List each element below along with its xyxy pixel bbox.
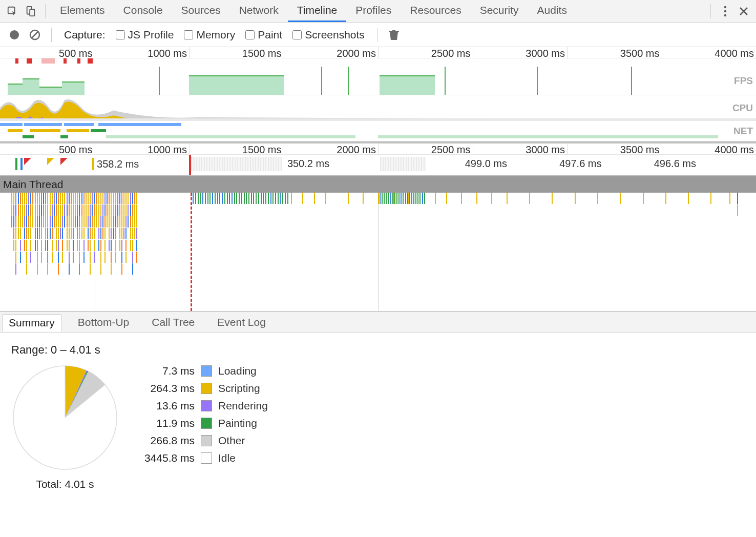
timeline-overview[interactable]: FPS CPU NET [0, 58, 756, 141]
ruler-tick-label: 1500 ms [242, 144, 284, 156]
svg-point-3 [724, 6, 726, 8]
summary-range: Range: 0 – 4.01 s [11, 343, 745, 357]
tab-security[interactable]: Security [471, 0, 528, 22]
ruler-tick-label: 3500 ms [620, 48, 662, 59]
trash-icon[interactable] [385, 26, 403, 44]
ruler-tick-label: 1000 ms [148, 48, 189, 59]
checkbox[interactable] [245, 30, 255, 39]
ruler-tick-label: 500 ms [59, 144, 95, 156]
frame-duration: 358.2 ms [97, 158, 139, 170]
capture-option-label: Paint [258, 29, 282, 41]
legend-name: Loading [218, 365, 257, 377]
legend-swatch [201, 365, 212, 377]
separator [710, 4, 711, 18]
devtools-tabbar: ElementsConsoleSourcesNetworkTimelinePro… [0, 0, 756, 23]
checkbox[interactable] [292, 30, 302, 39]
legend-name: Idle [218, 452, 236, 464]
tab-sources[interactable]: Sources [172, 0, 230, 22]
tab-elements[interactable]: Elements [51, 0, 114, 22]
legend-row-other: 266.8 msOther [133, 435, 268, 447]
legend-swatch [201, 435, 212, 446]
capture-option-paint[interactable]: Paint [245, 29, 282, 41]
checkbox[interactable] [184, 30, 193, 39]
overview-net-lane: NET [0, 121, 756, 141]
capture-label: Capture: [64, 29, 106, 41]
legend-swatch [201, 452, 212, 464]
legend-row-rendering: 13.6 msRendering [133, 400, 268, 412]
svg-point-6 [10, 30, 19, 39]
ruler-tick-label: 4000 ms [715, 144, 756, 156]
legend-duration: 7.3 ms [133, 365, 195, 377]
summary-pie-chart [11, 364, 119, 471]
ruler-tick-label: 2500 ms [431, 144, 473, 156]
frame-duration: 350.2 ms [287, 158, 329, 170]
clear-icon[interactable] [26, 26, 44, 44]
capture-option-label: Screenshots [305, 29, 365, 41]
overview-markers [0, 58, 756, 67]
tab-resources[interactable]: Resources [401, 0, 470, 22]
legend-duration: 13.6 ms [133, 400, 195, 412]
capture-option-screenshots[interactable]: Screenshots [292, 29, 365, 41]
panel-tabs: ElementsConsoleSourcesNetworkTimelinePro… [51, 0, 705, 22]
overview-ruler[interactable]: 500 ms1000 ms1500 ms2000 ms2500 ms3000 m… [0, 47, 756, 58]
subtab-bottom-up[interactable]: Bottom-Up [72, 314, 135, 331]
inspect-element-icon[interactable] [3, 2, 22, 20]
svg-point-4 [724, 10, 726, 12]
overview-cpu-lane: CPU [0, 95, 756, 121]
main-thread-label: Main Thread [3, 178, 64, 191]
subtab-event-log[interactable]: Event Log [211, 314, 272, 331]
load-event-marker [191, 193, 192, 311]
legend-name: Other [218, 435, 245, 447]
tab-profiles[interactable]: Profiles [346, 0, 401, 22]
main-thread-flame-chart[interactable] [0, 193, 756, 312]
subtab-call-tree[interactable]: Call Tree [145, 314, 201, 331]
overview-fps-lane: FPS [0, 67, 756, 95]
legend-duration: 264.3 ms [133, 382, 195, 395]
summary-pane: Range: 0 – 4.01 s Total: 4.01 s 7.3 msLo… [0, 333, 756, 501]
ruler-tick-label: 1000 ms [148, 144, 189, 156]
main-thread-header: Main Thread [0, 176, 756, 193]
ruler-tick-label: 2000 ms [337, 48, 378, 59]
device-toggle-icon[interactable] [22, 2, 40, 20]
frame-durations-row: 358.2 ms 350.2 ms 499.0 ms 497.6 ms 496.… [0, 155, 756, 176]
legend-name: Rendering [218, 400, 268, 412]
close-icon[interactable] [734, 2, 753, 20]
summary-legend: 7.3 msLoading264.3 msScripting13.6 msRen… [133, 365, 268, 464]
legend-row-idle: 3445.8 msIdle [133, 452, 268, 464]
legend-swatch [201, 400, 212, 411]
checkbox[interactable] [116, 30, 125, 39]
ruler-tick-label: 1500 ms [242, 48, 284, 59]
record-icon[interactable] [5, 26, 24, 44]
tab-audits[interactable]: Audits [528, 0, 576, 22]
legend-duration: 266.8 ms [133, 435, 195, 447]
frame-duration: 497.6 ms [559, 158, 601, 170]
tab-network[interactable]: Network [230, 0, 288, 22]
flame-ruler[interactable]: 500 ms1000 ms1500 ms2000 ms2500 ms3000 m… [0, 143, 756, 155]
tab-timeline[interactable]: Timeline [288, 0, 347, 22]
legend-row-painting: 11.9 msPainting [133, 417, 268, 429]
svg-rect-2 [30, 9, 34, 16]
kebab-menu-icon[interactable] [716, 2, 734, 20]
frame-duration: 499.0 ms [465, 158, 507, 170]
capture-option-label: Memory [196, 29, 235, 41]
timeline-toolbar: Capture: JS ProfileMemoryPaintScreenshot… [0, 23, 756, 47]
ruler-tick-label: 3500 ms [620, 144, 662, 156]
legend-duration: 3445.8 ms [133, 452, 195, 464]
capture-option-js-profile[interactable]: JS Profile [116, 29, 174, 41]
tab-console[interactable]: Console [114, 0, 172, 22]
legend-name: Scripting [218, 382, 260, 395]
subtab-summary[interactable]: Summary [2, 314, 61, 332]
separator [51, 28, 52, 42]
svg-point-5 [724, 14, 726, 16]
ruler-tick-label: 500 ms [59, 48, 95, 59]
svg-rect-8 [0, 118, 756, 120]
lane-label-fps: FPS [734, 75, 753, 87]
legend-duration: 11.9 ms [133, 417, 195, 429]
legend-row-loading: 7.3 msLoading [133, 365, 268, 377]
capture-option-memory[interactable]: Memory [184, 29, 235, 41]
frame-duration: 496.6 ms [654, 158, 696, 170]
legend-swatch [201, 383, 212, 394]
separator [377, 28, 377, 42]
ruler-tick-label: 2500 ms [431, 48, 473, 59]
ruler-tick-label: 3000 ms [526, 48, 567, 59]
